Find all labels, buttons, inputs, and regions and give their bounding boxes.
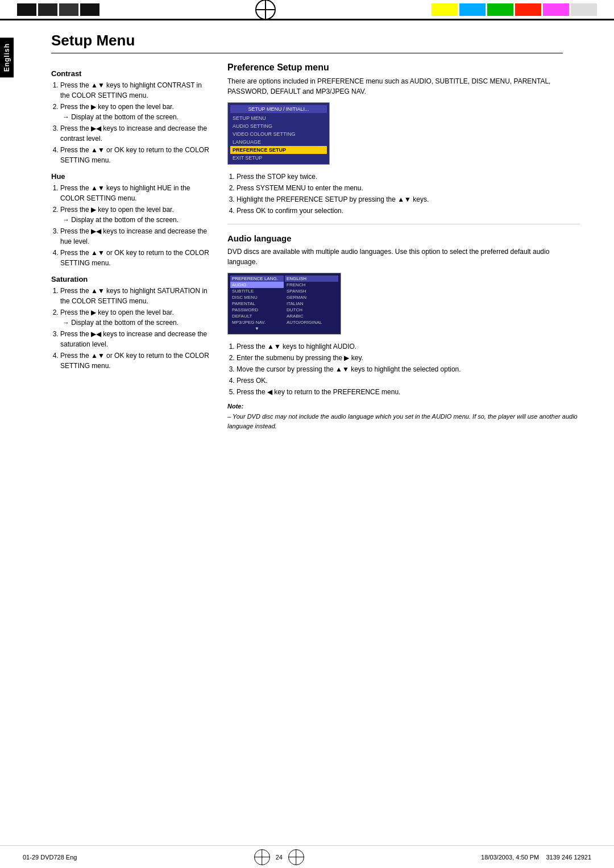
menu-item-language: LANGUAGE [230, 138, 327, 146]
preference-section: Preference Setup menu There are options … [227, 62, 580, 216]
section-rule [227, 224, 580, 224]
deco-right-colors [414, 0, 614, 19]
contrast-title: Contrast [51, 69, 210, 78]
audio-left-menu: PREFERENCE LANG. AUDIO SUBTITLE DISC MEN… [230, 276, 284, 332]
saturation-title: Saturation [51, 275, 210, 283]
menu-item-preference: PREFERENCE SETUP [230, 146, 327, 154]
deco-seg-3 [59, 3, 78, 16]
pref-step-2: Press SYSTEM MENU to enter the menu. [237, 183, 580, 193]
deco-seg-1 [17, 3, 36, 16]
color-green [487, 3, 513, 16]
audio-lang-spanish: SPANISH [285, 288, 338, 294]
saturation-steps: Press the ▲▼ keys to highlight SATURATIO… [51, 286, 210, 371]
audio-right-menu: ENGLISH FRENCH SPANISH GERMAN ITALIAN DU… [285, 276, 338, 332]
saturation-step-1: Press the ▲▼ keys to highlight SATURATIO… [60, 286, 210, 306]
preference-steps: Press the STOP key twice. Press SYSTEM M… [227, 172, 580, 216]
saturation-step-2-arrow: Display at the bottom of the screen. [63, 318, 210, 328]
menu-item-exit: EXIT SETUP [230, 154, 327, 162]
audio-row-down: ▼ [230, 326, 284, 332]
contrast-step-1: Press the ▲▼ keys to highlight CONTRAST … [60, 80, 210, 101]
hue-step-2: Press the ▶ key to open the level bar. D… [60, 205, 210, 225]
audio-lang-french: FRENCH [285, 282, 338, 288]
audio-lang-german: GERMAN [285, 294, 338, 301]
contrast-step-3: Press the ▶◀ keys to increase and decrea… [60, 123, 210, 144]
pref-step-4: Press OK to confirm your selection. [237, 206, 580, 216]
page-wrapper: English Setup Menu Contrast Press the ▲▼… [0, 20, 614, 448]
saturation-step-4: Press the ▲▼ or OK key to return to the … [60, 350, 210, 371]
audio-row-default: DEFAULT [230, 313, 284, 319]
crosshair-icon [255, 0, 276, 20]
audio-steps: Press the ▲▼ keys to highlight AUDIO. En… [227, 341, 580, 397]
hue-step-4: Press the ▲▼ or OK key to return to the … [60, 248, 210, 268]
hue-section: Hue Press the ▲▼ keys to highlight HUE i… [51, 172, 210, 268]
audio-row-parental: PARENTAL [230, 301, 284, 307]
language-tab: English [0, 37, 14, 77]
color-pink [543, 3, 569, 16]
audio-lang-arabic: ARABIC [285, 313, 338, 319]
audio-menu-title-bar: PREFERENCE LANG. [230, 276, 284, 282]
audio-lang-dutch: DUTCH [285, 307, 338, 313]
hue-step-1: Press the ▲▼ keys to highlight HUE in th… [60, 183, 210, 203]
contrast-steps: Press the ▲▼ keys to highlight CONTRAST … [51, 80, 210, 165]
audio-step-5: Press the ◀ key to return to the PREFERE… [237, 387, 580, 397]
menu-item-video: VIDEO COLOUR SETTING [230, 130, 327, 138]
saturation-step-2: Press the ▶ key to open the level bar. D… [60, 307, 210, 328]
top-decoration-bar [0, 0, 614, 20]
audio-step-4: Press OK. [237, 375, 580, 386]
audio-row-password: PASSWORD [230, 307, 284, 313]
menu-item-audio-setting: AUDIO SETTING [230, 122, 327, 130]
left-column: Contrast Press the ▲▼ keys to highlight … [51, 62, 210, 431]
footer-page-number: 24 [276, 854, 283, 861]
audio-row-subtitle: SUBTITLE [230, 288, 284, 294]
saturation-step-3: Press the ▶◀ keys to increase and decrea… [60, 329, 210, 349]
preference-title: Preference Setup menu [227, 62, 580, 73]
footer-right: 18/03/2003, 4:50 PM 3139 246 12921 [481, 854, 591, 861]
menu-screenshot-title: SETUP MENU / INITIALI... [230, 105, 327, 113]
note-text: – Your DVD disc may not include the audi… [227, 412, 580, 431]
footer-crosshair-left [254, 849, 270, 865]
menu-item-setup: SETUP MENU [230, 114, 327, 122]
audio-step-1: Press the ▲▼ keys to highlight AUDIO. [237, 341, 580, 352]
contrast-section: Contrast Press the ▲▼ keys to highlight … [51, 69, 210, 165]
audio-lang-english: ENGLISH [285, 276, 338, 282]
hue-title: Hue [51, 172, 210, 181]
right-column: Preference Setup menu There are options … [227, 62, 580, 431]
audio-step-3: Move the cursor by pressing the ▲▼ keys … [237, 364, 580, 374]
footer-crosshair-right [288, 849, 304, 865]
saturation-section: Saturation Press the ▲▼ keys to highligh… [51, 275, 210, 371]
hue-step-3: Press the ▶◀ keys to increase and decrea… [60, 226, 210, 247]
audio-row-audio: AUDIO [230, 282, 284, 288]
footer-bar: 01-29 DVD728 Eng 24 18/03/2003, 4:50 PM … [0, 845, 614, 868]
pref-step-3: Highlight the PREFERENCE SETUP by pressi… [237, 194, 580, 205]
hue-step-2-arrow: Display at the bottom of the screen. [63, 215, 210, 225]
color-blue [459, 3, 486, 16]
audio-title: Audio language [227, 233, 580, 243]
deco-left-segs [0, 0, 117, 19]
footer-center: 24 [254, 849, 304, 865]
deco-seg-4 [80, 3, 99, 16]
note-label: Note: [227, 403, 580, 410]
preference-desc: There are options included in PREFERENCE… [227, 76, 580, 97]
audio-step-2: Enter the submenu by pressing the ▶ key. [237, 353, 580, 363]
deco-seg-2 [38, 3, 57, 16]
audio-row-mp3: MP3/JPEG NAV. [230, 319, 284, 326]
audio-desc: DVD discs are available with multiple au… [227, 247, 580, 267]
color-gray [571, 3, 597, 16]
pref-step-1: Press the STOP key twice. [237, 172, 580, 182]
color-yellow [432, 3, 458, 16]
color-red [515, 3, 541, 16]
audio-section: Audio language DVD discs are available w… [227, 233, 580, 431]
footer-left: 01-29 DVD728 Eng [23, 854, 77, 861]
title-rule [51, 53, 563, 53]
content-area: Contrast Press the ▲▼ keys to highlight … [51, 62, 580, 431]
contrast-step-2-arrow: Display at the bottom of the screen. [63, 112, 210, 122]
audio-menu-screenshot: PREFERENCE LANG. AUDIO SUBTITLE DISC MEN… [227, 273, 341, 335]
preference-menu-screenshot: SETUP MENU / INITIALI... SETUP MENU AUDI… [227, 102, 330, 165]
contrast-step-4: Press the ▲▼ or OK key to return to the … [60, 145, 210, 165]
audio-lang-italian: ITALIAN [285, 301, 338, 307]
hue-steps: Press the ▲▼ keys to highlight HUE in th… [51, 183, 210, 268]
contrast-step-2: Press the ▶ key to open the level bar. D… [60, 102, 210, 122]
note-section: Note: – Your DVD disc may not include th… [227, 403, 580, 431]
page-title: Setup Menu [51, 32, 580, 49]
audio-row-discmenu: DISC MENU [230, 294, 284, 301]
